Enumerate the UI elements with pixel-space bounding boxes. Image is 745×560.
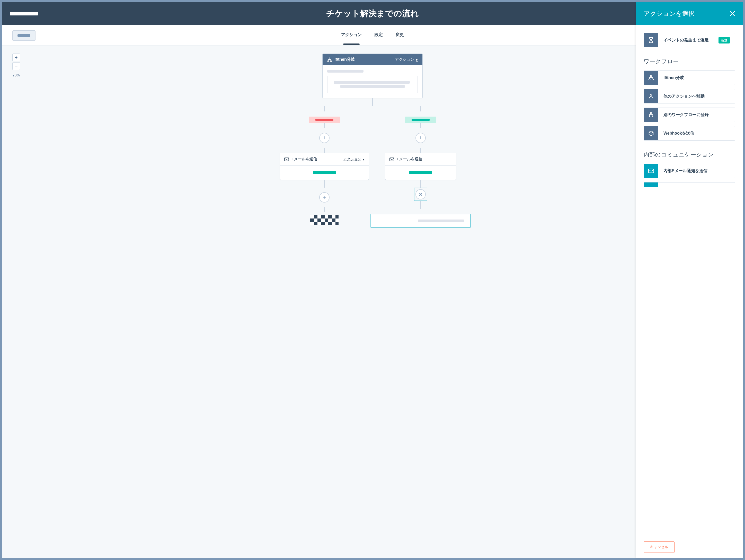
email-node-left-title: Eメールを送信 bbox=[291, 157, 317, 162]
if-node-action-menu[interactable]: アクション ▾ bbox=[395, 57, 418, 62]
action-internal-other[interactable] bbox=[644, 182, 735, 187]
svg-rect-10 bbox=[649, 169, 654, 173]
svg-rect-2 bbox=[330, 60, 332, 62]
svg-rect-5 bbox=[650, 75, 652, 77]
if-then-node[interactable]: If/then分岐 アクション ▾ bbox=[322, 54, 423, 98]
cancel-button[interactable]: キャンセル bbox=[644, 541, 675, 553]
action-goto[interactable]: 他のアクションへ移動 bbox=[644, 89, 735, 103]
svg-rect-4 bbox=[390, 158, 394, 161]
panel-close-button[interactable] bbox=[730, 11, 735, 17]
action-delay-until-event[interactable]: イベントの発生まで遅延 新規 bbox=[644, 33, 735, 48]
action-picker-panel: アクションを選択 イベントの発生まで遅延 新規 ワークフロー If/then分岐 bbox=[636, 2, 743, 558]
workflow-canvas[interactable]: + − 70% If/then分岐 アクション ▾ bbox=[2, 46, 743, 558]
action-webhook[interactable]: Webhookを送信 bbox=[644, 126, 735, 141]
svg-rect-0 bbox=[329, 58, 330, 59]
action-label: イベントの発生まで遅延 bbox=[663, 38, 709, 43]
action-label: 内部Eメール通知を送信 bbox=[663, 168, 707, 174]
zoom-level: 70% bbox=[12, 73, 20, 77]
svg-rect-6 bbox=[649, 79, 650, 80]
email-node-left-action[interactable]: アクション ▾ bbox=[343, 157, 364, 162]
merge-icon bbox=[648, 93, 654, 99]
hourglass-icon bbox=[648, 37, 654, 43]
panel-title: アクションを選択 bbox=[644, 9, 694, 18]
cube-icon bbox=[648, 130, 654, 136]
branch-label-no[interactable] bbox=[309, 117, 340, 123]
new-action-placeholder[interactable] bbox=[370, 214, 471, 228]
action-if-then[interactable]: If/then分岐 bbox=[644, 70, 735, 85]
mail-icon bbox=[389, 157, 394, 161]
svg-point-8 bbox=[650, 94, 652, 95]
action-internal-email[interactable]: 内部Eメール通知を送信 bbox=[644, 164, 735, 178]
add-action-button-left-1[interactable]: + bbox=[319, 133, 329, 143]
email-node-left[interactable]: Eメールを送信 アクション ▾ bbox=[280, 153, 369, 180]
branch-label-yes[interactable] bbox=[405, 117, 436, 123]
add-action-button-left-2[interactable]: + bbox=[319, 192, 329, 203]
branch-icon bbox=[648, 75, 654, 81]
svg-rect-1 bbox=[328, 60, 329, 62]
tab-changes[interactable]: 変更 bbox=[396, 32, 404, 39]
action-label: 他のアクションへ移動 bbox=[663, 94, 705, 99]
zoom-in-button[interactable]: + bbox=[12, 54, 20, 61]
svg-rect-7 bbox=[652, 79, 654, 80]
action-enroll-workflow[interactable]: 別のワークフローに登録 bbox=[644, 107, 735, 122]
section-workflow: ワークフロー bbox=[644, 58, 735, 65]
page-title: チケット解決までの流れ bbox=[326, 8, 419, 19]
action-label: Webhookを送信 bbox=[663, 131, 694, 136]
zoom-out-button[interactable]: − bbox=[12, 62, 20, 70]
mail-icon bbox=[648, 168, 654, 173]
main-header: チケット解決までの流れ bbox=[2, 2, 743, 25]
section-internal: 内部のコミュニケーション bbox=[644, 151, 735, 158]
tab-settings[interactable]: 設定 bbox=[375, 32, 383, 39]
tabs-bar: アクション 設定 変更 bbox=[2, 25, 743, 46]
email-node-right[interactable]: Eメールを送信 bbox=[385, 153, 456, 180]
action-label: 別のワークフローに登録 bbox=[663, 112, 709, 118]
branch-icon bbox=[327, 57, 332, 62]
back-placeholder[interactable] bbox=[10, 12, 38, 15]
close-icon bbox=[730, 11, 735, 17]
chevron-down-icon: ▾ bbox=[363, 157, 364, 161]
toolbar-button[interactable] bbox=[12, 30, 35, 41]
svg-rect-3 bbox=[285, 158, 289, 161]
finish-flag-icon bbox=[310, 215, 338, 225]
add-action-button-right-1[interactable]: + bbox=[416, 133, 426, 143]
svg-rect-9 bbox=[650, 113, 652, 114]
if-node-title: If/then分岐 bbox=[334, 57, 355, 62]
chevron-down-icon: ▾ bbox=[416, 57, 418, 62]
email-node-right-title: Eメールを送信 bbox=[397, 157, 422, 162]
mail-icon bbox=[284, 157, 289, 161]
close-icon bbox=[419, 192, 422, 196]
action-label: If/then分岐 bbox=[663, 75, 684, 81]
workflow-enroll-icon bbox=[648, 112, 654, 118]
new-badge: 新規 bbox=[718, 37, 730, 43]
remove-action-selected[interactable] bbox=[414, 188, 427, 201]
tab-action[interactable]: アクション bbox=[341, 32, 362, 39]
